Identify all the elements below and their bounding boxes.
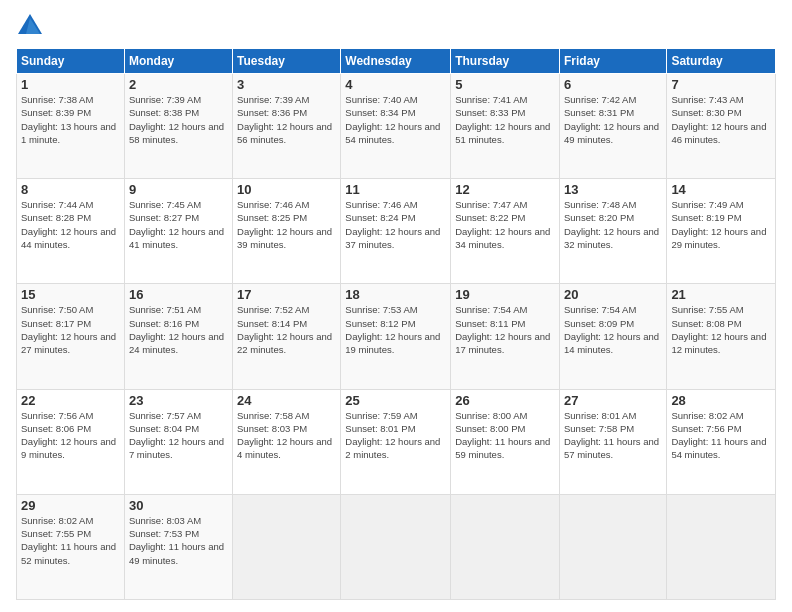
day-number: 16 <box>129 287 228 302</box>
calendar-day: 24Sunrise: 7:58 AMSunset: 8:03 PMDayligh… <box>233 389 341 494</box>
day-detail: Sunrise: 8:02 AMSunset: 7:56 PMDaylight:… <box>671 410 766 461</box>
calendar-week: 22Sunrise: 7:56 AMSunset: 8:06 PMDayligh… <box>17 389 776 494</box>
calendar-day: 15Sunrise: 7:50 AMSunset: 8:17 PMDayligh… <box>17 284 125 389</box>
calendar-day <box>667 494 776 599</box>
page: SundayMondayTuesdayWednesdayThursdayFrid… <box>0 0 792 612</box>
calendar-day <box>341 494 451 599</box>
day-detail: Sunrise: 7:53 AMSunset: 8:12 PMDaylight:… <box>345 304 440 355</box>
day-number: 18 <box>345 287 446 302</box>
calendar-day: 28Sunrise: 8:02 AMSunset: 7:56 PMDayligh… <box>667 389 776 494</box>
logo <box>16 12 46 40</box>
day-number: 17 <box>237 287 336 302</box>
calendar-day: 29Sunrise: 8:02 AMSunset: 7:55 PMDayligh… <box>17 494 125 599</box>
day-detail: Sunrise: 7:39 AMSunset: 8:36 PMDaylight:… <box>237 94 332 145</box>
day-detail: Sunrise: 7:46 AMSunset: 8:25 PMDaylight:… <box>237 199 332 250</box>
calendar-day: 2Sunrise: 7:39 AMSunset: 8:38 PMDaylight… <box>124 74 232 179</box>
day-number: 25 <box>345 393 446 408</box>
day-number: 27 <box>564 393 662 408</box>
day-number: 7 <box>671 77 771 92</box>
day-detail: Sunrise: 7:45 AMSunset: 8:27 PMDaylight:… <box>129 199 224 250</box>
weekday-header: Friday <box>559 49 666 74</box>
day-number: 22 <box>21 393 120 408</box>
calendar-day: 19Sunrise: 7:54 AMSunset: 8:11 PMDayligh… <box>451 284 560 389</box>
weekday-header: Wednesday <box>341 49 451 74</box>
calendar-day: 25Sunrise: 7:59 AMSunset: 8:01 PMDayligh… <box>341 389 451 494</box>
day-detail: Sunrise: 7:52 AMSunset: 8:14 PMDaylight:… <box>237 304 332 355</box>
calendar-day: 9Sunrise: 7:45 AMSunset: 8:27 PMDaylight… <box>124 179 232 284</box>
day-detail: Sunrise: 8:00 AMSunset: 8:00 PMDaylight:… <box>455 410 550 461</box>
calendar-day: 1Sunrise: 7:38 AMSunset: 8:39 PMDaylight… <box>17 74 125 179</box>
calendar-day: 11Sunrise: 7:46 AMSunset: 8:24 PMDayligh… <box>341 179 451 284</box>
calendar-day: 20Sunrise: 7:54 AMSunset: 8:09 PMDayligh… <box>559 284 666 389</box>
day-detail: Sunrise: 7:54 AMSunset: 8:09 PMDaylight:… <box>564 304 659 355</box>
calendar-day <box>233 494 341 599</box>
day-number: 21 <box>671 287 771 302</box>
day-number: 5 <box>455 77 555 92</box>
day-detail: Sunrise: 7:42 AMSunset: 8:31 PMDaylight:… <box>564 94 659 145</box>
calendar-day: 6Sunrise: 7:42 AMSunset: 8:31 PMDaylight… <box>559 74 666 179</box>
calendar-day: 16Sunrise: 7:51 AMSunset: 8:16 PMDayligh… <box>124 284 232 389</box>
day-detail: Sunrise: 7:41 AMSunset: 8:33 PMDaylight:… <box>455 94 550 145</box>
day-detail: Sunrise: 7:58 AMSunset: 8:03 PMDaylight:… <box>237 410 332 461</box>
day-number: 20 <box>564 287 662 302</box>
header <box>16 12 776 40</box>
day-number: 13 <box>564 182 662 197</box>
day-number: 24 <box>237 393 336 408</box>
day-detail: Sunrise: 7:46 AMSunset: 8:24 PMDaylight:… <box>345 199 440 250</box>
day-number: 28 <box>671 393 771 408</box>
day-number: 14 <box>671 182 771 197</box>
day-detail: Sunrise: 7:47 AMSunset: 8:22 PMDaylight:… <box>455 199 550 250</box>
day-number: 3 <box>237 77 336 92</box>
day-number: 9 <box>129 182 228 197</box>
day-detail: Sunrise: 8:01 AMSunset: 7:58 PMDaylight:… <box>564 410 659 461</box>
calendar-table: SundayMondayTuesdayWednesdayThursdayFrid… <box>16 48 776 600</box>
day-number: 11 <box>345 182 446 197</box>
day-detail: Sunrise: 7:39 AMSunset: 8:38 PMDaylight:… <box>129 94 224 145</box>
calendar-body: 1Sunrise: 7:38 AMSunset: 8:39 PMDaylight… <box>17 74 776 600</box>
calendar-week: 1Sunrise: 7:38 AMSunset: 8:39 PMDaylight… <box>17 74 776 179</box>
logo-icon <box>16 12 44 40</box>
calendar-day <box>451 494 560 599</box>
calendar-day: 12Sunrise: 7:47 AMSunset: 8:22 PMDayligh… <box>451 179 560 284</box>
calendar-day <box>559 494 666 599</box>
day-number: 10 <box>237 182 336 197</box>
calendar-day: 21Sunrise: 7:55 AMSunset: 8:08 PMDayligh… <box>667 284 776 389</box>
day-detail: Sunrise: 7:54 AMSunset: 8:11 PMDaylight:… <box>455 304 550 355</box>
day-detail: Sunrise: 7:43 AMSunset: 8:30 PMDaylight:… <box>671 94 766 145</box>
calendar-day: 23Sunrise: 7:57 AMSunset: 8:04 PMDayligh… <box>124 389 232 494</box>
day-number: 23 <box>129 393 228 408</box>
weekday-header: Saturday <box>667 49 776 74</box>
day-number: 15 <box>21 287 120 302</box>
day-detail: Sunrise: 7:55 AMSunset: 8:08 PMDaylight:… <box>671 304 766 355</box>
day-number: 29 <box>21 498 120 513</box>
day-number: 19 <box>455 287 555 302</box>
day-number: 1 <box>21 77 120 92</box>
calendar-week: 29Sunrise: 8:02 AMSunset: 7:55 PMDayligh… <box>17 494 776 599</box>
day-number: 8 <box>21 182 120 197</box>
weekday-header: Tuesday <box>233 49 341 74</box>
calendar-day: 8Sunrise: 7:44 AMSunset: 8:28 PMDaylight… <box>17 179 125 284</box>
calendar-day: 13Sunrise: 7:48 AMSunset: 8:20 PMDayligh… <box>559 179 666 284</box>
calendar-day: 18Sunrise: 7:53 AMSunset: 8:12 PMDayligh… <box>341 284 451 389</box>
calendar-header: SundayMondayTuesdayWednesdayThursdayFrid… <box>17 49 776 74</box>
calendar-day: 26Sunrise: 8:00 AMSunset: 8:00 PMDayligh… <box>451 389 560 494</box>
day-detail: Sunrise: 7:51 AMSunset: 8:16 PMDaylight:… <box>129 304 224 355</box>
day-detail: Sunrise: 7:40 AMSunset: 8:34 PMDaylight:… <box>345 94 440 145</box>
calendar-day: 7Sunrise: 7:43 AMSunset: 8:30 PMDaylight… <box>667 74 776 179</box>
weekday-header: Monday <box>124 49 232 74</box>
calendar-day: 4Sunrise: 7:40 AMSunset: 8:34 PMDaylight… <box>341 74 451 179</box>
day-detail: Sunrise: 7:48 AMSunset: 8:20 PMDaylight:… <box>564 199 659 250</box>
calendar-day: 14Sunrise: 7:49 AMSunset: 8:19 PMDayligh… <box>667 179 776 284</box>
calendar-week: 15Sunrise: 7:50 AMSunset: 8:17 PMDayligh… <box>17 284 776 389</box>
calendar-week: 8Sunrise: 7:44 AMSunset: 8:28 PMDaylight… <box>17 179 776 284</box>
day-number: 2 <box>129 77 228 92</box>
day-number: 12 <box>455 182 555 197</box>
day-detail: Sunrise: 7:38 AMSunset: 8:39 PMDaylight:… <box>21 94 116 145</box>
weekday-header: Thursday <box>451 49 560 74</box>
day-number: 30 <box>129 498 228 513</box>
weekday-row: SundayMondayTuesdayWednesdayThursdayFrid… <box>17 49 776 74</box>
calendar-day: 17Sunrise: 7:52 AMSunset: 8:14 PMDayligh… <box>233 284 341 389</box>
day-number: 6 <box>564 77 662 92</box>
day-detail: Sunrise: 8:03 AMSunset: 7:53 PMDaylight:… <box>129 515 224 566</box>
day-detail: Sunrise: 7:57 AMSunset: 8:04 PMDaylight:… <box>129 410 224 461</box>
